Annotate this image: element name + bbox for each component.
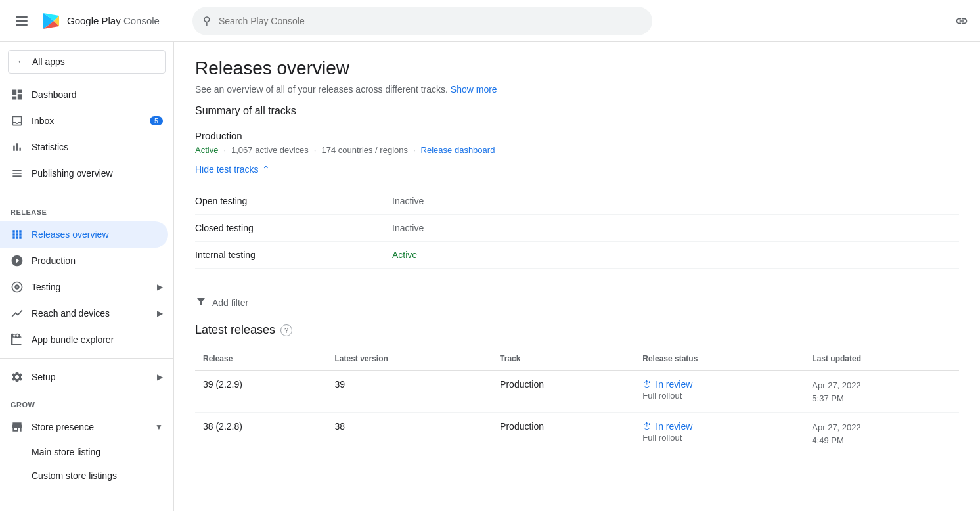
sidebar-item-reach-and-devices[interactable]: Reach and devices ▶ bbox=[0, 300, 173, 326]
sidebar-item-label: Publishing overview bbox=[32, 168, 113, 179]
release-status-cell: ⏱ In review Full rollout bbox=[642, 379, 796, 401]
sidebar-divider-2 bbox=[0, 358, 173, 359]
summary-section-title: Summary of all tracks bbox=[195, 105, 959, 122]
releases-table: Release Latest version Track Release sta… bbox=[195, 347, 959, 455]
bundle-icon bbox=[11, 333, 24, 346]
col-track: Track bbox=[492, 347, 635, 370]
filter-icon bbox=[195, 296, 207, 310]
expand-icon: ▶ bbox=[157, 309, 163, 318]
sidebar-item-production[interactable]: Production bbox=[0, 248, 173, 274]
sidebar-item-label: Store presence bbox=[32, 422, 94, 432]
sidebar-item-statistics[interactable]: Statistics bbox=[0, 134, 173, 160]
dot-separator: · bbox=[314, 145, 317, 155]
inbox-badge: 5 bbox=[150, 116, 163, 125]
last-updated: Apr 27, 2022 4:49 PM bbox=[804, 413, 959, 455]
sidebar-item-label: Inbox bbox=[32, 116, 54, 126]
sidebar-item-setup[interactable]: Setup ▶ bbox=[0, 364, 173, 390]
track-name: Closed testing bbox=[195, 223, 392, 233]
track-row-open-testing: Open testing Inactive bbox=[195, 188, 959, 215]
release-status: ⏱ In review Full rollout bbox=[635, 413, 804, 455]
production-meta: Active · 1,067 active devices · 174 coun… bbox=[195, 145, 959, 155]
regions: 174 countries / regions bbox=[321, 145, 408, 155]
production-icon bbox=[11, 254, 24, 267]
track-name: Internal testing bbox=[195, 250, 392, 260]
sidebar-item-dashboard[interactable]: Dashboard bbox=[0, 81, 173, 108]
last-updated-time: 5:37 PM bbox=[812, 392, 951, 405]
sidebar-item-store-presence[interactable]: Store presence ▼ bbox=[0, 414, 173, 440]
track: Production bbox=[492, 413, 635, 455]
last-updated-cell: Apr 27, 2022 5:37 PM bbox=[812, 379, 951, 405]
track-status: Active bbox=[392, 250, 417, 260]
sidebar-item-inbox[interactable]: Inbox 5 bbox=[0, 108, 173, 134]
release-status-cell: ⏱ In review Full rollout bbox=[642, 421, 796, 443]
sidebar-item-label: Setup bbox=[32, 372, 56, 382]
sidebar: ← All apps Dashboard Inbox 5 Statistics bbox=[0, 42, 174, 511]
latest-releases-title: Latest releases ? bbox=[195, 323, 959, 337]
testing-icon bbox=[11, 280, 24, 294]
status-line: ⏱ In review bbox=[642, 379, 796, 389]
reach-icon bbox=[11, 307, 24, 320]
publishing-icon bbox=[11, 167, 24, 180]
brand-name-label: Google Play Console bbox=[67, 15, 160, 26]
sidebar-item-label: Testing bbox=[32, 282, 60, 292]
col-release: Release bbox=[195, 347, 326, 370]
grow-section-label: Grow bbox=[0, 390, 173, 414]
col-last-updated: Last updated bbox=[804, 347, 959, 370]
dot-separator: · bbox=[413, 145, 416, 155]
all-apps-label: All apps bbox=[32, 56, 65, 67]
search-input[interactable] bbox=[219, 16, 642, 26]
clock-icon: ⏱ bbox=[642, 379, 652, 389]
release-section-label: Release bbox=[0, 198, 173, 221]
expand-icon: ▶ bbox=[157, 282, 163, 292]
sidebar-item-label: Main store listing bbox=[32, 447, 100, 457]
topbar-right bbox=[954, 13, 969, 29]
last-updated-cell: Apr 27, 2022 4:49 PM bbox=[812, 421, 951, 447]
release-dashboard-link[interactable]: Release dashboard bbox=[421, 145, 495, 155]
menu-button[interactable] bbox=[11, 11, 33, 31]
table-row: 38 (2.2.8) 38 Production ⏱ In review Ful… bbox=[195, 413, 959, 455]
in-review-label: In review bbox=[656, 421, 692, 432]
back-arrow-icon: ← bbox=[16, 56, 27, 68]
production-status: Active bbox=[195, 145, 218, 155]
sidebar-item-label: Releases overview bbox=[32, 229, 109, 240]
track-status: Inactive bbox=[392, 223, 424, 233]
hide-test-tracks-label: Hide test tracks bbox=[195, 164, 258, 175]
sidebar-item-testing[interactable]: Testing ▶ bbox=[0, 274, 173, 300]
main-content: Releases overview See an overview of all… bbox=[174, 42, 980, 511]
sidebar-item-label: Dashboard bbox=[32, 89, 77, 100]
add-filter-label: Add filter bbox=[212, 298, 248, 308]
setup-icon bbox=[11, 370, 24, 384]
all-apps-button[interactable]: ← All apps bbox=[8, 50, 166, 74]
hide-test-tracks-button[interactable]: Hide test tracks ⌃ bbox=[195, 164, 959, 175]
rollout-label: Full rollout bbox=[642, 391, 796, 401]
col-latest-version: Latest version bbox=[326, 347, 492, 370]
store-icon bbox=[11, 420, 24, 433]
page-subtitle: See an overview of all of your releases … bbox=[195, 84, 959, 95]
sidebar-item-label: Reach and devices bbox=[32, 308, 110, 319]
sidebar-divider bbox=[0, 192, 173, 192]
track: Production bbox=[492, 370, 635, 413]
topbar-left: Google Play Console bbox=[11, 11, 185, 32]
link-icon[interactable] bbox=[954, 13, 969, 29]
sidebar-item-custom-store-listings[interactable]: Custom store listings bbox=[0, 464, 173, 487]
search-bar[interactable]: ⚲ bbox=[192, 7, 652, 35]
production-title: Production bbox=[195, 130, 959, 141]
sidebar-item-publishing-overview[interactable]: Publishing overview bbox=[0, 160, 173, 187]
release-name: 39 (2.2.9) bbox=[195, 370, 326, 413]
release-status: ⏱ In review Full rollout bbox=[635, 370, 804, 413]
expand-icon: ▼ bbox=[155, 422, 163, 432]
releases-icon bbox=[11, 228, 24, 241]
brand-logo-icon bbox=[41, 11, 62, 32]
sidebar-item-app-bundle-explorer[interactable]: App bundle explorer bbox=[0, 326, 173, 353]
layout: ← All apps Dashboard Inbox 5 Statistics bbox=[0, 42, 980, 511]
filter-bar[interactable]: Add filter bbox=[195, 296, 959, 310]
inbox-icon bbox=[11, 114, 24, 127]
production-card: Production Active · 1,067 active devices… bbox=[195, 130, 959, 155]
rollout-label: Full rollout bbox=[642, 433, 796, 443]
sidebar-item-releases-overview[interactable]: Releases overview bbox=[0, 221, 168, 248]
last-updated-date: Apr 27, 2022 bbox=[812, 421, 951, 434]
info-icon[interactable]: ? bbox=[280, 324, 292, 336]
sidebar-item-main-store-listing[interactable]: Main store listing bbox=[0, 440, 173, 464]
show-more-link[interactable]: Show more bbox=[451, 84, 497, 95]
section-divider bbox=[195, 282, 959, 282]
